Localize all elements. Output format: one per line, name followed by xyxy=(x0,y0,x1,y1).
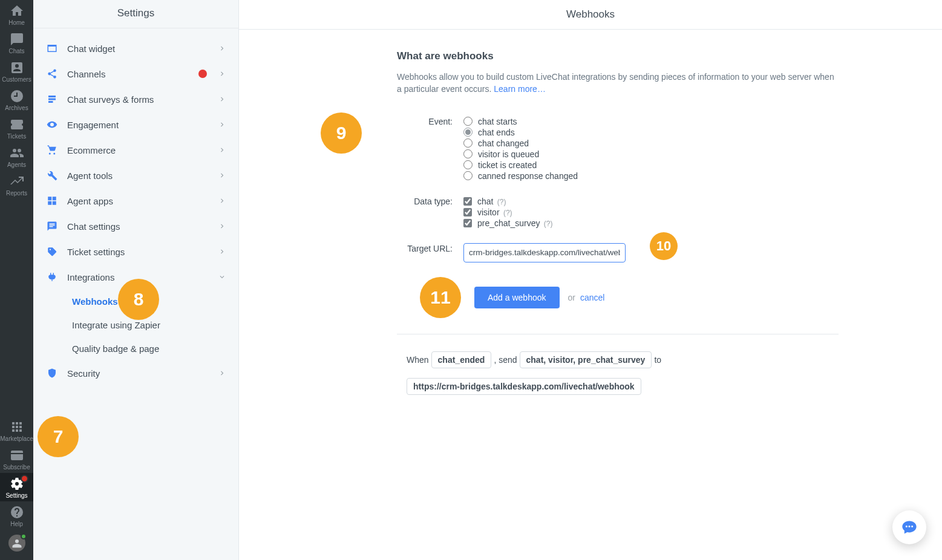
rail-label: Customers xyxy=(0,76,33,83)
summary-url-pill: https://crm-bridges.talkdeskapp.com/live… xyxy=(407,378,641,395)
learn-more-link[interactable]: Learn more… xyxy=(494,84,546,94)
main-panel: Webhooks What are webhooks Webhooks allo… xyxy=(239,0,942,560)
shield-icon xyxy=(47,368,57,379)
sidebar-item-channels[interactable]: Channels xyxy=(33,61,238,86)
rail-marketplace[interactable]: Marketplace xyxy=(0,416,33,444)
section-description: Webhooks allow you to build custom LiveC… xyxy=(397,71,839,96)
home-icon xyxy=(10,4,24,18)
msg-icon xyxy=(47,221,57,232)
alert-dot xyxy=(198,70,207,78)
sidebar-item-chat-settings[interactable]: Chat settings xyxy=(33,213,238,239)
event-radio-label[interactable]: chat changed xyxy=(478,138,529,148)
sidebar-item-ticket-settings[interactable]: Ticket settings xyxy=(33,239,238,264)
chevron-right-icon xyxy=(218,120,226,129)
datatype-check-label[interactable]: pre_chat_survey (?) xyxy=(477,218,553,228)
sidebar-item-label: Chat settings xyxy=(67,221,218,232)
rail-help[interactable]: Help xyxy=(0,501,33,530)
chevron-right-icon xyxy=(218,95,226,103)
people-icon xyxy=(10,146,24,160)
sidebar-item-security[interactable]: Security xyxy=(33,360,238,386)
event-radio-4[interactable] xyxy=(463,160,473,169)
event-radio-label[interactable]: canned response changed xyxy=(478,171,578,181)
hint-icon[interactable]: (?) xyxy=(502,209,512,217)
chevron-right-icon xyxy=(218,44,226,53)
rail-label: Marketplace xyxy=(0,435,33,442)
event-radio-3[interactable] xyxy=(463,149,473,158)
sidebar-item-label: Agent tools xyxy=(67,171,218,181)
rail-label: Help xyxy=(0,521,33,527)
sidebar-item-label: Channels xyxy=(67,69,198,79)
tag-icon xyxy=(47,246,57,257)
event-radio-1[interactable] xyxy=(463,128,473,137)
rail-reports[interactable]: Reports xyxy=(0,171,33,199)
page-title: Webhooks xyxy=(239,0,942,30)
chat-launcher[interactable] xyxy=(892,510,926,544)
rail-archives[interactable]: Archives xyxy=(0,85,33,114)
sidebar-item-ecommerce[interactable]: Ecommerce xyxy=(33,137,238,163)
webhook-summary: When chat_ended , send chat, visitor, pr… xyxy=(397,351,839,395)
event-radio-label[interactable]: chat starts xyxy=(478,117,517,126)
sidebar-subitem-integrate-using-zapier[interactable]: Integrate using Zapier xyxy=(33,313,238,337)
clock-icon xyxy=(10,89,24,103)
rail-subscribe[interactable]: Subscribe xyxy=(0,444,33,473)
sidebar-item-integrations[interactable]: Integrations xyxy=(33,264,238,290)
sidebar-item-engagement[interactable]: Engagement xyxy=(33,112,238,137)
rail-label: Archives xyxy=(0,105,33,111)
hint-icon[interactable]: (?) xyxy=(542,220,553,228)
user-avatar[interactable] xyxy=(8,535,25,552)
datatype-check-1[interactable] xyxy=(463,208,472,217)
event-radio-5[interactable] xyxy=(463,171,473,180)
ticket-icon xyxy=(10,117,24,132)
sidebar-subitem-webhooks[interactable]: Webhooks8 xyxy=(33,290,238,313)
chevron-right-icon xyxy=(218,247,226,256)
nav-rail: HomeChatsCustomersArchivesTicketsAgentsR… xyxy=(0,0,33,560)
summary-event-pill: chat_ended xyxy=(431,351,492,368)
settings-sidebar: Settings Chat widget Channels Chat surve… xyxy=(33,0,239,560)
rail-tickets[interactable]: Tickets xyxy=(0,114,33,142)
rail-label: Settings xyxy=(0,492,33,499)
event-radio-label[interactable]: chat ends xyxy=(478,128,515,137)
event-label: Event: xyxy=(397,116,463,126)
apps-icon xyxy=(10,420,24,434)
rail-label: Agents xyxy=(0,161,33,168)
rail-agents[interactable]: Agents xyxy=(0,142,33,171)
rail-chats[interactable]: Chats xyxy=(0,28,33,57)
sidebar-item-chat-widget[interactable]: Chat widget xyxy=(33,36,238,61)
rail-label: Reports xyxy=(0,190,33,197)
help-icon xyxy=(10,505,24,519)
sidebar-item-agent-apps[interactable]: Agent apps xyxy=(33,188,238,213)
event-radio-2[interactable] xyxy=(463,138,473,148)
card-icon xyxy=(10,448,24,463)
target-url-label: Target URL: xyxy=(397,243,463,253)
rail-label: Tickets xyxy=(0,133,33,140)
wrench-icon xyxy=(47,170,57,181)
chevron-right-icon xyxy=(218,146,226,154)
sidebar-item-label: Chat surveys & forms xyxy=(67,94,218,105)
grid-icon xyxy=(47,195,57,206)
sidebar-subitem-quality-badge-page[interactable]: Quality badge & page xyxy=(33,337,238,360)
sidebar-item-chat-surveys-forms[interactable]: Chat surveys & forms xyxy=(33,86,238,112)
user-icon xyxy=(11,538,22,549)
settings-sidebar-title: Settings xyxy=(33,0,238,28)
cancel-link[interactable]: cancel xyxy=(580,293,604,302)
rail-settings[interactable]: Settings xyxy=(0,473,33,501)
sidebar-item-label: Ticket settings xyxy=(67,247,218,257)
datatype-check-label[interactable]: chat (?) xyxy=(477,197,506,206)
add-webhook-button[interactable]: Add a webhook xyxy=(474,287,560,308)
sidebar-item-agent-tools[interactable]: Agent tools xyxy=(33,163,238,188)
rail-label: Chats xyxy=(0,48,33,54)
hint-icon[interactable]: (?) xyxy=(495,198,506,206)
event-radio-label[interactable]: visitor is queued xyxy=(478,149,539,159)
trend-icon xyxy=(10,174,24,189)
form-icon xyxy=(47,94,57,105)
datatype-check-label[interactable]: visitor (?) xyxy=(477,207,512,217)
event-radio-0[interactable] xyxy=(463,117,473,126)
target-url-input[interactable] xyxy=(463,243,626,262)
datatype-check-0[interactable] xyxy=(463,197,472,206)
or-text: or xyxy=(568,293,575,302)
datatype-check-2[interactable] xyxy=(463,219,472,227)
event-radio-label[interactable]: ticket is created xyxy=(478,160,537,170)
rail-home[interactable]: Home xyxy=(0,0,33,28)
rail-customers[interactable]: Customers xyxy=(0,57,33,85)
summary-data-pill: chat, visitor, pre_chat_survey xyxy=(520,351,652,368)
